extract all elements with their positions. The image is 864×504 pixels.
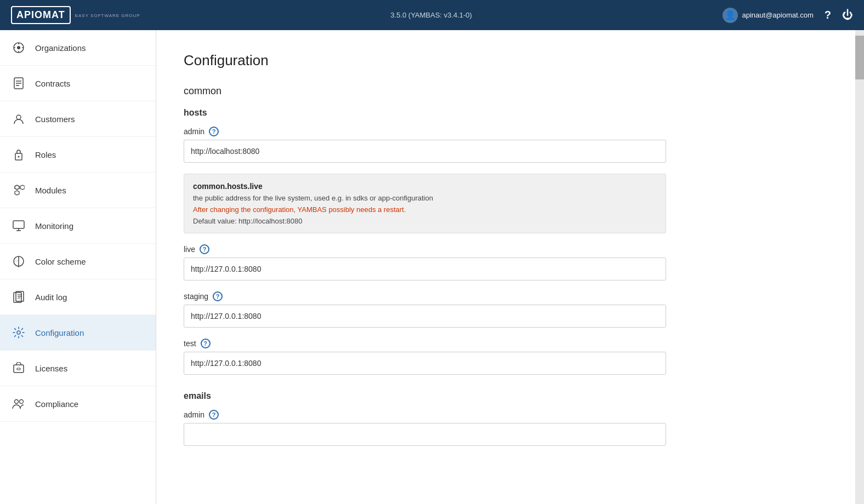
hosts-group: hosts admin ? common.hosts.live the publ…	[184, 108, 833, 375]
modules-icon	[11, 182, 26, 198]
sidebar-item-licenses[interactable]: Licenses	[0, 351, 156, 386]
audit-log-icon	[11, 289, 26, 305]
sidebar-label-color-scheme: Color scheme	[35, 257, 86, 266]
logo-sub: EASY SOFTWARE GROUP	[75, 13, 140, 18]
test-help-icon[interactable]: ?	[201, 339, 211, 348]
staging-label-row: staging ?	[184, 291, 833, 301]
hosts-label: hosts	[184, 108, 833, 118]
sidebar-item-audit-log[interactable]: Audit log	[0, 279, 156, 315]
staging-label: staging	[184, 292, 208, 301]
monitoring-icon	[11, 218, 26, 233]
sidebar-label-audit-log: Audit log	[35, 293, 67, 302]
logo-text: APIOMAT	[16, 9, 65, 21]
color-scheme-icon	[11, 254, 26, 269]
svg-point-26	[20, 400, 24, 404]
user-email: apinaut@apiomat.com	[742, 11, 814, 19]
emails-admin-label: admin	[184, 410, 204, 419]
scrollbar-thumb[interactable]	[855, 36, 864, 79]
sidebar-item-customers[interactable]: Customers	[0, 101, 156, 137]
live-help-icon[interactable]: ?	[200, 244, 209, 254]
sidebar-item-monitoring[interactable]: Monitoring	[0, 208, 156, 244]
svg-rect-23	[14, 365, 24, 373]
test-field-row: test ?	[184, 339, 833, 375]
live-input[interactable]	[184, 257, 666, 280]
tooltip-title: common.hosts.live	[193, 182, 657, 191]
staging-input[interactable]	[184, 305, 666, 328]
admin-help-icon[interactable]: ?	[209, 127, 219, 136]
customers-icon	[11, 111, 26, 127]
svg-point-22	[17, 331, 20, 334]
sidebar-item-roles[interactable]: Roles	[0, 137, 156, 173]
sidebar: Organizations Contracts Customers Roles …	[0, 30, 156, 504]
sidebar-label-compliance: Compliance	[35, 399, 78, 409]
sidebar-label-monitoring: Monitoring	[35, 221, 73, 231]
staging-help-icon[interactable]: ?	[213, 291, 223, 301]
user-avatar-icon: 👤	[723, 8, 738, 23]
live-label-row: live ?	[184, 244, 833, 254]
admin-label-row: admin ?	[184, 127, 833, 136]
sidebar-label-configuration: Configuration	[35, 328, 84, 337]
scrollbar-track	[855, 30, 864, 504]
sidebar-label-roles: Roles	[35, 150, 56, 159]
admin-label: admin	[184, 127, 204, 136]
header: APIOMAT EASY SOFTWARE GROUP 3.5.0 (YAMBA…	[0, 0, 864, 30]
sidebar-item-color-scheme[interactable]: Color scheme	[0, 244, 156, 279]
layout: Organizations Contracts Customers Roles …	[0, 30, 864, 504]
svg-rect-24	[17, 368, 20, 370]
svg-point-12	[18, 156, 20, 158]
header-user: 👤 apinaut@apiomat.com	[723, 8, 814, 23]
test-label: test	[184, 339, 196, 348]
sidebar-label-contracts: Contracts	[35, 79, 70, 88]
svg-point-1	[17, 46, 20, 49]
sidebar-item-modules[interactable]: Modules	[0, 173, 156, 208]
svg-point-25	[15, 400, 19, 404]
sidebar-item-organizations[interactable]: Organizations	[0, 30, 156, 66]
compliance-icon	[11, 396, 26, 411]
main-content: Configuration common hosts admin ? commo…	[156, 30, 855, 504]
emails-admin-label-row: admin ?	[184, 410, 833, 420]
sidebar-label-licenses: Licenses	[35, 364, 67, 373]
sidebar-item-compliance[interactable]: Compliance	[0, 386, 156, 422]
svg-rect-13	[13, 221, 24, 228]
emails-admin-input[interactable]	[184, 423, 666, 446]
test-label-row: test ?	[184, 339, 833, 348]
power-icon[interactable]: ⏻	[842, 9, 853, 21]
sidebar-label-organizations: Organizations	[35, 43, 86, 53]
live-label: live	[184, 245, 195, 254]
svg-point-10	[16, 115, 21, 119]
sidebar-item-configuration[interactable]: Configuration	[0, 315, 156, 351]
admin-input[interactable]	[184, 140, 666, 163]
sidebar-label-customers: Customers	[35, 114, 75, 124]
staging-field-row: staging ?	[184, 291, 833, 328]
sidebar-label-modules: Modules	[35, 186, 66, 195]
emails-label: emails	[184, 391, 833, 401]
logo: APIOMAT EASY SOFTWARE GROUP	[11, 6, 140, 24]
sidebar-item-contracts[interactable]: Contracts	[0, 66, 156, 101]
tooltip-warning: After changing the configuration, YAMBAS…	[193, 205, 657, 214]
emails-admin-field-row: admin ?	[184, 410, 833, 446]
configuration-icon	[11, 325, 26, 340]
tooltip-box: common.hosts.live the public address for…	[184, 174, 666, 233]
licenses-icon	[11, 360, 26, 376]
help-icon[interactable]: ?	[825, 9, 831, 21]
emails-group: emails admin ?	[184, 391, 833, 446]
contracts-icon	[11, 76, 26, 91]
test-input[interactable]	[184, 352, 666, 375]
live-field-row: live ?	[184, 244, 833, 280]
header-version: 3.5.0 (YAMBAS: v3.4.1-0)	[140, 11, 723, 19]
tooltip-description: the public address for the live system, …	[193, 194, 657, 202]
page-title: Configuration	[184, 52, 833, 69]
section-common: common	[184, 85, 833, 97]
tooltip-default: Default value: http://localhost:8080	[193, 217, 657, 225]
header-right: 👤 apinaut@apiomat.com ? ⏻	[723, 8, 854, 23]
organizations-icon	[11, 40, 26, 55]
admin-field-row: admin ?	[184, 127, 833, 163]
logo-box: APIOMAT	[11, 6, 71, 24]
roles-icon	[11, 147, 26, 162]
emails-admin-help-icon[interactable]: ?	[209, 410, 219, 420]
